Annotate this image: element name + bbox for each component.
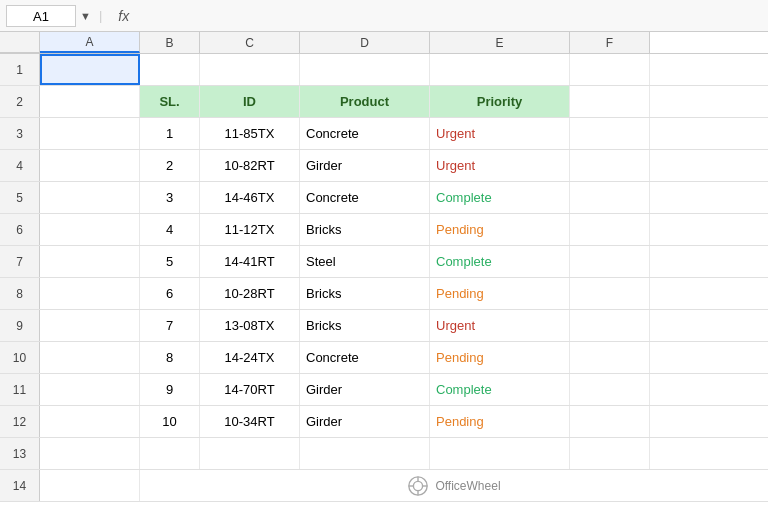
cell-priority[interactable]: Pending xyxy=(430,342,570,373)
cell-sl[interactable]: 8 xyxy=(140,342,200,373)
row-number: 5 xyxy=(0,182,40,213)
cell-priority[interactable]: Urgent xyxy=(430,310,570,341)
cell-sl[interactable]: 5 xyxy=(140,246,200,277)
cell-a7[interactable] xyxy=(40,246,140,277)
cell-f7[interactable] xyxy=(570,246,650,277)
grid-row: 10 8 14-24TX Concrete Pending xyxy=(0,342,768,374)
cell-f2[interactable] xyxy=(570,86,650,117)
cell-priority[interactable]: Pending xyxy=(430,406,570,437)
cell-product[interactable]: Bricks xyxy=(300,310,430,341)
cell-id[interactable]: 11-85TX xyxy=(200,118,300,149)
cell-f1[interactable] xyxy=(570,54,650,85)
cell-product[interactable]: Concrete xyxy=(300,182,430,213)
svg-point-1 xyxy=(414,481,423,490)
row-number: 11 xyxy=(0,374,40,405)
cell-a14[interactable] xyxy=(40,470,140,501)
cell-e1[interactable] xyxy=(430,54,570,85)
cell-product[interactable]: Girder xyxy=(300,150,430,181)
cell-f11[interactable] xyxy=(570,374,650,405)
col-header-e[interactable]: E xyxy=(430,32,570,53)
header-product[interactable]: Product xyxy=(300,86,430,117)
cell-priority[interactable]: Complete xyxy=(430,374,570,405)
col-header-a[interactable]: A xyxy=(40,32,140,53)
cell-product[interactable]: Concrete xyxy=(300,118,430,149)
cell-sl[interactable]: 4 xyxy=(140,214,200,245)
cell-a12[interactable] xyxy=(40,406,140,437)
cell-a8[interactable] xyxy=(40,278,140,309)
cell-a10[interactable] xyxy=(40,342,140,373)
cell-f6[interactable] xyxy=(570,214,650,245)
col-header-b[interactable]: B xyxy=(140,32,200,53)
cell-b13[interactable] xyxy=(140,438,200,469)
grid-row: 5 3 14-46TX Concrete Complete xyxy=(0,182,768,214)
cell-priority[interactable]: Pending xyxy=(430,214,570,245)
cell-sl[interactable]: 1 xyxy=(140,118,200,149)
cell-f3[interactable] xyxy=(570,118,650,149)
grid-row: 6 4 11-12TX Bricks Pending xyxy=(0,214,768,246)
grid-row: 2 SL. ID Product Priority xyxy=(0,86,768,118)
cell-d1[interactable] xyxy=(300,54,430,85)
cell-e13[interactable] xyxy=(430,438,570,469)
cell-f8[interactable] xyxy=(570,278,650,309)
cell-a1[interactable] xyxy=(40,54,140,85)
column-headers: A B C D E F xyxy=(0,32,768,54)
cell-product[interactable]: Bricks xyxy=(300,278,430,309)
cell-product[interactable]: Concrete xyxy=(300,342,430,373)
dropdown-arrow: ▼ xyxy=(80,10,91,22)
cell-a2[interactable] xyxy=(40,86,140,117)
col-header-f[interactable]: F xyxy=(570,32,650,53)
cell-priority[interactable]: Complete xyxy=(430,182,570,213)
cell-priority[interactable]: Pending xyxy=(430,278,570,309)
cell-f10[interactable] xyxy=(570,342,650,373)
formula-bar: A1 ▼ | fx xyxy=(0,0,768,32)
cell-sl[interactable]: 2 xyxy=(140,150,200,181)
header-sl[interactable]: SL. xyxy=(140,86,200,117)
cell-product[interactable]: Girder xyxy=(300,406,430,437)
cell-id[interactable]: 14-70RT xyxy=(200,374,300,405)
cell-id[interactable]: 13-08TX xyxy=(200,310,300,341)
cell-f5[interactable] xyxy=(570,182,650,213)
cell-id[interactable]: 10-34RT xyxy=(200,406,300,437)
cell-id[interactable]: 11-12TX xyxy=(200,214,300,245)
cell-f4[interactable] xyxy=(570,150,650,181)
cell-sl[interactable]: 10 xyxy=(140,406,200,437)
cell-priority[interactable]: Urgent xyxy=(430,118,570,149)
header-id[interactable]: ID xyxy=(200,86,300,117)
cell-a6[interactable] xyxy=(40,214,140,245)
cell-sl[interactable]: 7 xyxy=(140,310,200,341)
cell-id[interactable]: 10-28RT xyxy=(200,278,300,309)
cell-d13[interactable] xyxy=(300,438,430,469)
header-priority[interactable]: Priority xyxy=(430,86,570,117)
cell-a11[interactable] xyxy=(40,374,140,405)
cell-c1[interactable] xyxy=(200,54,300,85)
cell-a4[interactable] xyxy=(40,150,140,181)
cell-id[interactable]: 14-41RT xyxy=(200,246,300,277)
cell-product[interactable]: Steel xyxy=(300,246,430,277)
cell-reference-box[interactable]: A1 xyxy=(6,5,76,27)
cell-product[interactable]: Girder xyxy=(300,374,430,405)
cell-id[interactable]: 14-24TX xyxy=(200,342,300,373)
cell-id[interactable]: 10-82RT xyxy=(200,150,300,181)
cell-sl[interactable]: 3 xyxy=(140,182,200,213)
cell-a9[interactable] xyxy=(40,310,140,341)
grid-row: 11 9 14-70RT Girder Complete xyxy=(0,374,768,406)
cell-sl[interactable]: 9 xyxy=(140,374,200,405)
col-header-d[interactable]: D xyxy=(300,32,430,53)
cell-b1[interactable] xyxy=(140,54,200,85)
cell-c13[interactable] xyxy=(200,438,300,469)
cell-sl[interactable]: 6 xyxy=(140,278,200,309)
watermark-text: OfficeWheel xyxy=(435,479,500,493)
grid-row: 13 xyxy=(0,438,768,470)
cell-a5[interactable] xyxy=(40,182,140,213)
cell-a3[interactable] xyxy=(40,118,140,149)
cell-priority[interactable]: Complete xyxy=(430,246,570,277)
cell-f9[interactable] xyxy=(570,310,650,341)
cell-priority[interactable]: Urgent xyxy=(430,150,570,181)
cell-product[interactable]: Bricks xyxy=(300,214,430,245)
grid-row: 8 6 10-28RT Bricks Pending xyxy=(0,278,768,310)
col-header-c[interactable]: C xyxy=(200,32,300,53)
cell-f13[interactable] xyxy=(570,438,650,469)
cell-a13[interactable] xyxy=(40,438,140,469)
cell-f12[interactable] xyxy=(570,406,650,437)
cell-id[interactable]: 14-46TX xyxy=(200,182,300,213)
